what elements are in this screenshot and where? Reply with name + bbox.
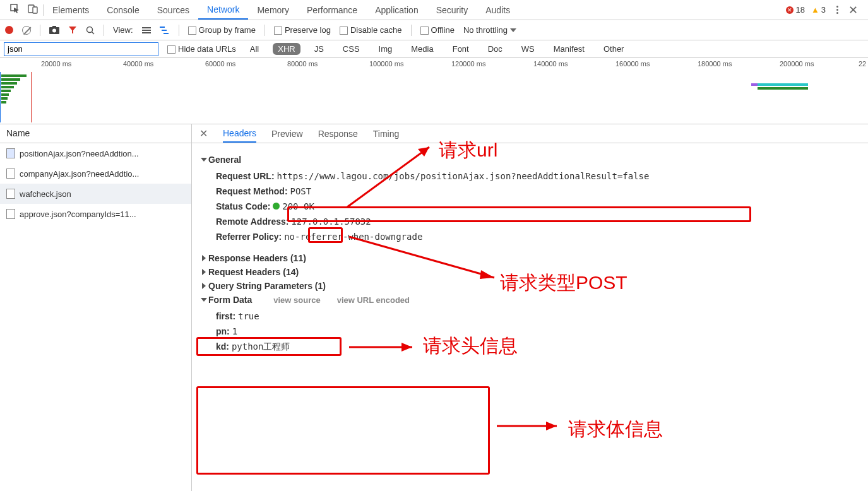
- device-toggle-icon[interactable]: [28, 4, 38, 16]
- file-icon: [6, 189, 15, 199]
- close-detail-icon[interactable]: ✕: [199, 127, 208, 139]
- main-split: Name positionAjax.json?needAddtion... co…: [0, 124, 868, 491]
- caret-icon: [202, 269, 206, 275]
- type-all[interactable]: All: [245, 43, 264, 55]
- file-icon: [6, 169, 15, 179]
- tab-response[interactable]: Response: [318, 126, 358, 142]
- error-count[interactable]: ✕18: [786, 5, 804, 15]
- view-label: View:: [113, 25, 133, 35]
- remote-address-value: 127.0.0.1:57832: [291, 216, 371, 227]
- type-doc[interactable]: Doc: [483, 43, 508, 55]
- tab-headers[interactable]: Headers: [223, 125, 256, 143]
- svg-rect-5: [52, 26, 56, 28]
- separator: [411, 25, 412, 36]
- clear-button[interactable]: [22, 26, 31, 35]
- kebab-menu-icon[interactable]: [832, 6, 842, 14]
- form-data-section[interactable]: Form Data view source view URL encoded: [202, 295, 858, 305]
- request-row[interactable]: wafcheck.json: [0, 184, 191, 204]
- warning-count[interactable]: ▲3: [811, 5, 826, 15]
- type-img[interactable]: Img: [374, 43, 398, 55]
- request-url-row: Request URL: https://www.lagou.com/jobs/…: [202, 169, 858, 184]
- waterfall-icon[interactable]: [160, 26, 170, 35]
- detail-body: General Request URL: https://www.lagou.c…: [192, 143, 868, 363]
- waterfall-bar: [1, 78, 20, 81]
- tab-audits[interactable]: Audits: [477, 0, 519, 20]
- status-code-value: 200 OK: [282, 201, 314, 211]
- request-name: approve.json?companyIds=11...: [20, 210, 136, 219]
- detail-tabs: ✕ Headers Preview Response Timing: [192, 124, 868, 143]
- throttling-dropdown[interactable]: No throttling: [463, 25, 516, 35]
- tab-network[interactable]: Network: [198, 0, 248, 20]
- caret-icon: [201, 158, 207, 162]
- disable-cache-checkbox[interactable]: Disable cache: [340, 25, 402, 35]
- waterfall-bar: [751, 83, 758, 86]
- devtools-top-bar: Elements Console Sources Network Memory …: [0, 0, 868, 20]
- filter-input[interactable]: [4, 42, 158, 56]
- request-method-value: POST: [290, 186, 311, 196]
- request-row[interactable]: companyAjax.json?needAddtio...: [0, 163, 191, 184]
- svg-rect-9: [162, 30, 167, 31]
- tab-elements[interactable]: Elements: [44, 0, 98, 20]
- tab-console[interactable]: Console: [98, 0, 148, 20]
- referrer-policy-row: Referrer Policy: no-referrer-when-downgr…: [202, 229, 858, 244]
- waterfall-bar: [1, 82, 17, 85]
- request-name: positionAjax.json?needAddtion...: [20, 149, 139, 158]
- tab-timing[interactable]: Timing: [373, 126, 400, 142]
- type-manifest[interactable]: Manifest: [549, 43, 590, 55]
- record-button[interactable]: [5, 26, 13, 34]
- tick: 20000 ms: [41, 60, 71, 68]
- file-icon: [6, 148, 15, 158]
- request-method-row: Request Method: POST: [202, 184, 858, 199]
- request-row[interactable]: approve.json?companyIds=11...: [0, 204, 191, 224]
- svg-rect-10: [163, 33, 169, 34]
- type-ws[interactable]: WS: [516, 43, 540, 55]
- tab-memory[interactable]: Memory: [248, 0, 298, 20]
- hide-data-urls-checkbox[interactable]: Hide data URLs: [167, 44, 236, 54]
- type-js[interactable]: JS: [309, 43, 329, 55]
- response-headers-section[interactable]: Response Headers (11): [202, 253, 858, 263]
- tick: 120000 ms: [451, 60, 485, 68]
- type-css[interactable]: CSS: [338, 43, 365, 55]
- view-source-link[interactable]: view source: [273, 295, 320, 305]
- group-by-frame-checkbox[interactable]: Group by frame: [188, 25, 256, 35]
- close-icon[interactable]: ✕: [848, 3, 858, 17]
- waterfall-bar: [1, 90, 11, 92]
- large-rows-icon[interactable]: [142, 27, 151, 33]
- search-icon[interactable]: [86, 26, 95, 35]
- waterfall-bar: [758, 87, 808, 90]
- general-section[interactable]: General: [202, 155, 858, 165]
- request-headers-section[interactable]: Request Headers (14): [202, 267, 858, 277]
- preserve-log-checkbox[interactable]: Preserve log: [274, 25, 331, 35]
- inspect-icon[interactable]: [10, 4, 20, 16]
- screenshot-icon[interactable]: [49, 26, 59, 34]
- svg-point-4: [52, 29, 56, 33]
- tab-preview[interactable]: Preview: [271, 126, 303, 142]
- type-font[interactable]: Font: [448, 43, 474, 55]
- filter-icon[interactable]: [68, 26, 77, 35]
- request-row[interactable]: positionAjax.json?needAddtion...: [0, 143, 191, 163]
- request-name: wafcheck.json: [20, 189, 71, 199]
- tab-sources[interactable]: Sources: [148, 0, 198, 20]
- request-detail: ✕ Headers Preview Response Timing Genera…: [192, 124, 868, 491]
- panel-tabs: Elements Console Sources Network Memory …: [44, 0, 519, 20]
- chevron-down-icon: [510, 28, 516, 32]
- type-media[interactable]: Media: [406, 43, 438, 55]
- tick: 22: [859, 60, 866, 68]
- separator: [40, 25, 40, 36]
- type-other[interactable]: Other: [598, 43, 629, 55]
- offline-checkbox[interactable]: Offline: [420, 25, 455, 35]
- waterfall-bar: [1, 74, 27, 77]
- tab-performance[interactable]: Performance: [298, 0, 366, 20]
- view-url-encoded-link[interactable]: view URL encoded: [337, 295, 410, 305]
- type-xhr[interactable]: XHR: [273, 43, 300, 55]
- request-list: Name positionAjax.json?needAddtion... co…: [0, 124, 192, 491]
- tab-security[interactable]: Security: [427, 0, 477, 20]
- caret-icon: [201, 298, 207, 302]
- tick: 180000 ms: [698, 60, 732, 68]
- tab-application[interactable]: Application: [366, 0, 427, 20]
- timeline-overview[interactable]: 20000 ms 40000 ms 60000 ms 80000 ms 1000…: [0, 58, 868, 124]
- separator: [179, 25, 179, 36]
- query-string-section[interactable]: Query String Parameters (1): [202, 281, 858, 291]
- tick: 100000 ms: [369, 60, 403, 68]
- name-column-header[interactable]: Name: [0, 124, 191, 143]
